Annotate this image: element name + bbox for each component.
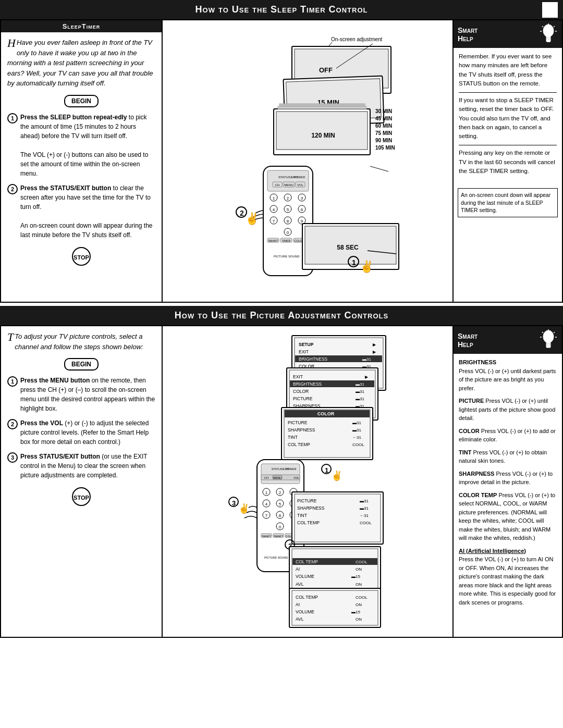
footnote-text-1: An on-screen count down will appear duri… — [461, 192, 550, 213]
svg-text:AI: AI — [296, 602, 300, 607]
step1-circle: 1 — [7, 113, 18, 124]
svg-text:▬15: ▬15 — [351, 574, 360, 579]
svg-text:8: 8 — [279, 513, 282, 518]
svg-text:75 MIN: 75 MIN — [375, 130, 392, 136]
svg-text:PICTURE  SOUND: PICTURE SOUND — [274, 255, 300, 258]
brightness-body: Press VOL (-) or (+) until darkest parts… — [459, 368, 556, 391]
picture-section: PICTURE Press VOL (-) or (+) until light… — [459, 397, 557, 423]
step2-3: 3 Press STATUS/EXIT button (or use the E… — [7, 452, 155, 480]
stop-label-1: STOP — [72, 247, 91, 266]
section2-header: How to Use the Picture Adjustment Contro… — [0, 306, 563, 325]
step2-3-bold: Press STATUS/EXIT button — [20, 453, 100, 460]
svg-point-193 — [543, 330, 554, 343]
svg-text:✌: ✌ — [331, 470, 343, 482]
svg-text:COLOR: COLOR — [293, 389, 309, 394]
svg-text:AVL: AVL — [296, 582, 304, 587]
svg-line-21 — [370, 166, 388, 171]
tint-title: TINT — [459, 449, 471, 455]
svg-text:OFF: OFF — [319, 66, 333, 74]
section2-left: TTo adjust your TV picture controls, sel… — [1, 326, 163, 637]
step1: 1 Press the SLEEP button repeat-edly to … — [7, 113, 155, 178]
section1-header: How to Use the Sleep Timer Control — [0, 0, 563, 19]
svg-rect-19 — [279, 104, 365, 106]
svg-text:5: 5 — [279, 502, 282, 507]
svg-text:←31: ←31 — [360, 513, 369, 518]
colortemp-title: COLOR TEMP — [459, 492, 497, 498]
header-box — [542, 2, 558, 18]
svg-text:8: 8 — [287, 219, 289, 224]
svg-text:COL TEMP: COL TEMP — [297, 520, 320, 525]
svg-text:4: 4 — [265, 502, 268, 507]
svg-point-69 — [543, 24, 554, 37]
colortemp-section: COLOR TEMP Press VOL (-) or (+) to selec… — [459, 491, 557, 542]
svg-text:7: 7 — [265, 513, 268, 518]
help-label-2: Help — [458, 340, 478, 349]
svg-text:COOL: COOL — [356, 595, 368, 600]
svg-rect-23 — [267, 170, 309, 191]
svg-text:SMART: SMART — [268, 239, 278, 242]
section1-right-panel: Smart Help Remember. If you ever want to… — [452, 20, 562, 302]
section1-left-content: HHave you ever fallen asleep in front of… — [1, 32, 162, 276]
section2-left-content: TTo adjust your TV picture controls, sel… — [1, 326, 162, 516]
stop-button-1: STOP — [7, 245, 155, 268]
svg-line-75 — [542, 26, 543, 27]
svg-text:ON: ON — [356, 567, 362, 572]
svg-rect-18 — [278, 106, 366, 109]
tint-section: TINT Press VOL (-) or (+) to obtain natu… — [459, 448, 557, 465]
svg-text:POWER: POWER — [286, 467, 297, 471]
smart-help-title-2: Smart Help — [458, 332, 478, 349]
svg-line-198 — [542, 332, 543, 333]
svg-text:CH: CH — [264, 476, 268, 479]
section2-title: How to Use the Picture Adjustment Contro… — [175, 310, 388, 320]
smart-label-2: Smart — [458, 332, 478, 340]
begin-button-1: BEGIN — [7, 93, 155, 109]
svg-text:✌: ✌ — [238, 503, 250, 514]
svg-text:CH: CH — [275, 183, 280, 187]
svg-text:VOLUME: VOLUME — [296, 574, 314, 579]
svg-text:3: 3 — [301, 196, 303, 201]
intro-italic: HHave you ever fallen asleep in front of… — [7, 39, 153, 87]
section1-title: How to Use the Sleep Timer Control — [195, 4, 368, 15]
svg-text:✌: ✌ — [245, 212, 260, 226]
bulb-icon-1 — [540, 22, 558, 46]
svg-text:VOL: VOL — [297, 183, 304, 187]
sleeptimer-intro: HHave you ever fallen asleep in front of… — [7, 38, 155, 89]
section1-left-panel: SleepTimer HHave you ever fallen asleep … — [1, 20, 163, 302]
smart-label-1: Smart — [458, 26, 478, 34]
svg-text:TINT: TINT — [288, 435, 298, 440]
svg-text:▶: ▶ — [373, 342, 376, 347]
svg-rect-118 — [261, 464, 300, 484]
sh1-p1: Remember. If you ever want to see how ma… — [459, 52, 557, 88]
svg-text:PICTURE: PICTURE — [288, 420, 308, 425]
tint-body: Press VOL (-) or (+) to obtain natural s… — [459, 449, 547, 464]
svg-text:COL TEMP: COL TEMP — [288, 442, 310, 447]
svg-text:✌: ✌ — [360, 260, 374, 274]
stop-button-2: STOP — [7, 485, 155, 508]
sh1-divider2 — [459, 145, 557, 145]
svg-text:MENU: MENU — [273, 476, 282, 479]
step1-bold: Press the SLEEP button repeat-edly — [20, 114, 127, 121]
color-section: COLOR Press VOL (-) or (+) to add or eli… — [459, 427, 557, 444]
svg-text:COOL: COOL — [360, 521, 372, 525]
svg-text:COLOR: COLOR — [317, 411, 335, 416]
svg-text:TINT: TINT — [297, 513, 307, 518]
step2-2-text: Press the VOL (+) or (-) to adjust the s… — [20, 418, 155, 447]
svg-text:▶: ▶ — [365, 375, 369, 379]
ai-section: AI (Artificial Intelligence) Press the V… — [459, 547, 557, 607]
svg-text:AI: AI — [296, 566, 300, 572]
sh1-p3: Pressing any key on the remote or TV in … — [459, 149, 557, 176]
section2-middle: SETUP ▶ EXIT ▶ BRIGHTNESS ▬31 COLOR ▬31 … — [163, 326, 452, 637]
section1-main: SleepTimer HHave you ever fallen asleep … — [0, 19, 563, 303]
svg-text:▬15: ▬15 — [351, 610, 360, 614]
step1-extra: The VOL (+) or (-) buttons can also be u… — [20, 151, 148, 177]
svg-text:▬31: ▬31 — [356, 389, 364, 394]
bulb-icon-2 — [540, 328, 558, 352]
svg-text:▬31: ▬31 — [360, 499, 369, 503]
svg-text:58 SEC: 58 SEC — [337, 244, 359, 251]
svg-text:1: 1 — [265, 490, 268, 495]
svg-text:EXIT: EXIT — [299, 349, 309, 354]
brightness-title: BRIGHTNESS — [459, 359, 496, 365]
svg-line-199 — [554, 332, 555, 333]
svg-line-76 — [554, 26, 555, 27]
svg-text:ON: ON — [356, 617, 362, 622]
